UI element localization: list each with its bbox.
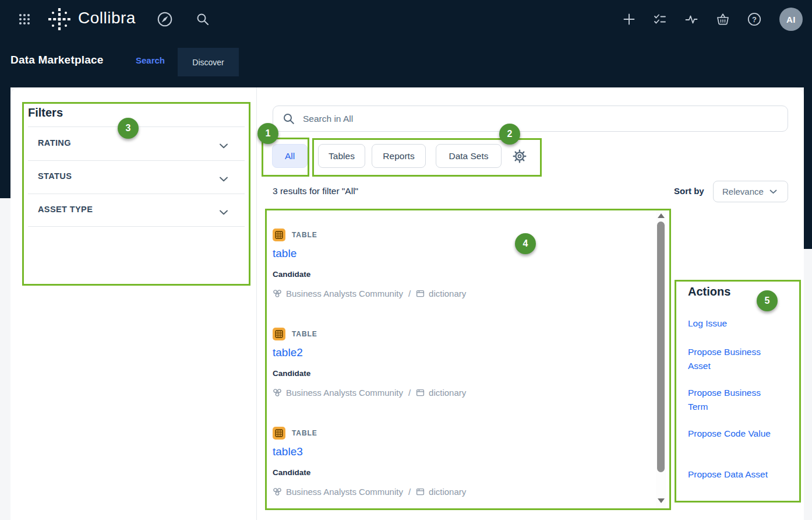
facet-label: Tables <box>329 151 355 161</box>
result-title-link[interactable]: table2 <box>273 346 303 359</box>
chevron-down-icon <box>219 174 228 184</box>
table-asset-icon <box>273 229 285 241</box>
community-icon <box>273 289 282 298</box>
action-propose-business-asset[interactable]: Propose Business Asset <box>688 345 775 373</box>
annotation-badge-2: 2 <box>499 124 520 145</box>
community-link[interactable]: Business Analysts Community <box>286 388 403 398</box>
status-badge: Candidate <box>273 369 310 378</box>
filter-group-asset-type[interactable]: ASSET TYPE <box>28 197 245 223</box>
chevron-down-icon <box>769 189 777 194</box>
domain-link[interactable]: dictionary <box>429 388 466 398</box>
table-asset-icon <box>273 328 285 340</box>
asset-type-label: TABLE <box>292 330 317 338</box>
page-title: Data Marketplace <box>10 54 104 66</box>
results-summary: 3 results for filter "All" <box>273 186 358 196</box>
breadcrumb: Business Analysts Community / dictionary <box>273 487 466 497</box>
facet-data-sets[interactable]: Data Sets <box>436 144 502 168</box>
divider <box>28 226 245 227</box>
facet-all[interactable]: All <box>272 144 308 168</box>
result-item: TABLE table Candidate Business Analysts … <box>273 229 651 316</box>
divider <box>28 194 245 194</box>
tab-search[interactable]: Search <box>136 55 165 65</box>
community-icon <box>273 388 282 397</box>
divider <box>28 160 245 161</box>
result-item: TABLE table2 Candidate Business Analysts… <box>273 328 651 415</box>
facet-label: All <box>285 151 295 161</box>
status-badge: Candidate <box>273 468 310 477</box>
domain-icon <box>416 289 425 298</box>
result-item: TABLE table3 Candidate Business Analysts… <box>273 427 651 514</box>
facet-label: Reports <box>383 151 414 161</box>
domain-icon <box>416 487 425 496</box>
action-log-issue[interactable]: Log Issue <box>688 317 775 331</box>
facet-settings-gear-icon[interactable] <box>512 149 527 164</box>
table-asset-icon <box>273 427 285 440</box>
header-search-icon[interactable] <box>196 12 210 26</box>
annotation-badge-5: 5 <box>757 290 778 311</box>
result-title-link[interactable]: table <box>273 247 296 260</box>
app-grid-icon[interactable] <box>17 12 31 26</box>
action-propose-code-value[interactable]: Propose Code Value <box>688 427 775 441</box>
domain-icon <box>416 388 425 397</box>
annotation-badge-1: 1 <box>257 123 278 144</box>
community-link[interactable]: Business Analysts Community <box>286 289 403 298</box>
tab-discover[interactable]: Discover <box>178 48 239 76</box>
actions-title: Actions <box>688 285 730 298</box>
facet-reports[interactable]: Reports <box>372 144 426 168</box>
domain-link[interactable]: dictionary <box>429 487 466 497</box>
asset-type-label: TABLE <box>292 231 317 239</box>
annotation-badge-3: 3 <box>118 118 139 139</box>
scrollbar-thumb[interactable] <box>657 222 665 472</box>
action-propose-business-term[interactable]: Propose Business Term <box>688 386 775 414</box>
breadcrumb-separator: / <box>408 388 411 398</box>
user-avatar[interactable]: AI <box>779 8 803 31</box>
community-link[interactable]: Business Analysts Community <box>286 487 403 497</box>
compass-icon[interactable] <box>157 11 173 27</box>
tasks-checklist-icon[interactable] <box>653 12 667 26</box>
breadcrumb: Business Analysts Community / dictionary <box>273 388 466 398</box>
scrollbar-down-arrow[interactable] <box>658 498 665 503</box>
brand-name: Collibra <box>78 9 136 27</box>
chevron-down-icon <box>219 140 228 151</box>
svg-text:?: ? <box>752 15 757 24</box>
collibra-data-marketplace: Collibra <box>0 0 812 520</box>
breadcrumb: Business Analysts Community / dictionary <box>273 289 466 298</box>
create-plus-icon[interactable] <box>622 12 636 26</box>
scrollbar-up-arrow[interactable] <box>658 213 665 218</box>
activity-pulse-icon[interactable] <box>684 12 698 26</box>
result-title-link[interactable]: table3 <box>273 445 303 458</box>
chevron-down-icon <box>219 207 228 217</box>
search-icon <box>283 113 295 125</box>
filter-group-label: STATUS <box>38 171 72 181</box>
sidebar-divider <box>256 87 257 520</box>
breadcrumb-separator: / <box>408 289 411 298</box>
status-badge: Candidate <box>273 270 310 279</box>
facet-label: Data Sets <box>449 151 488 161</box>
search-input[interactable] <box>303 114 788 124</box>
domain-link[interactable]: dictionary <box>429 289 466 298</box>
filter-group-label: RATING <box>38 138 71 147</box>
filters-title: Filters <box>28 106 63 120</box>
breadcrumb-separator: / <box>408 487 411 497</box>
search-bar <box>273 106 788 132</box>
sort-value: Relevance <box>722 187 764 196</box>
asset-type-label: TABLE <box>292 429 317 437</box>
basket-icon[interactable] <box>715 12 730 27</box>
help-icon[interactable]: ? <box>747 12 762 27</box>
sort-by-label: Sort by <box>674 186 704 196</box>
annotation-badge-4: 4 <box>515 233 536 254</box>
collibra-logo-icon <box>47 6 72 32</box>
facet-tables[interactable]: Tables <box>318 144 365 168</box>
action-propose-data-asset[interactable]: Propose Data Asset <box>688 468 775 482</box>
sort-dropdown[interactable]: Relevance <box>713 181 788 202</box>
filter-group-status[interactable]: STATUS <box>28 164 245 189</box>
community-icon <box>273 487 282 496</box>
filter-group-label: ASSET TYPE <box>38 205 93 214</box>
